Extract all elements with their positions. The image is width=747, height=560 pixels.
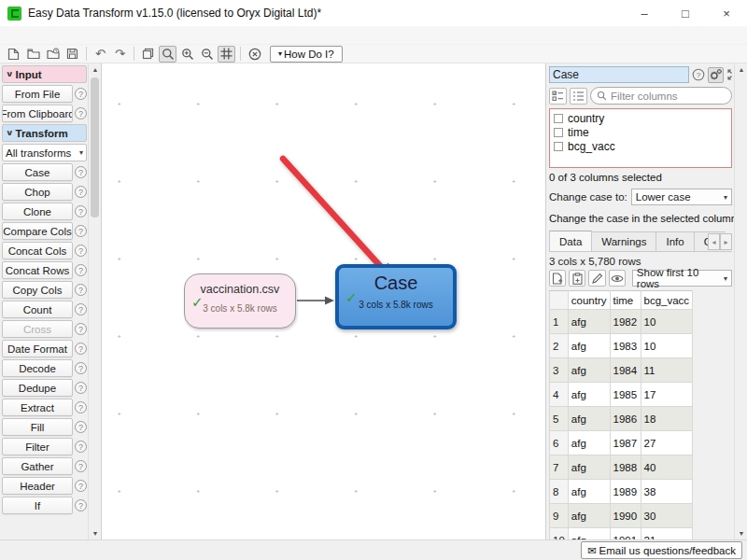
help-icon[interactable]: ? — [75, 225, 87, 237]
transform-item-button[interactable]: Cross — [2, 320, 73, 338]
menu-item[interactable] — [4, 34, 17, 37]
help-icon[interactable]: ? — [75, 480, 87, 492]
scroll-down-icon[interactable]: ▼ — [735, 527, 747, 539]
duplicate-button[interactable] — [139, 46, 157, 63]
open-recent-button[interactable] — [44, 46, 62, 63]
help-icon[interactable]: ? — [75, 362, 87, 374]
input-section-header[interactable]: ∨ Input — [2, 65, 87, 83]
help-icon[interactable]: ? — [75, 323, 87, 335]
input-item-button[interactable]: From File — [2, 85, 73, 103]
help-icon[interactable]: ? — [75, 284, 87, 296]
cell-time[interactable]: 1990 — [610, 504, 641, 528]
tab-scroll-right-icon[interactable]: ▸ — [720, 233, 732, 250]
sidebar-scrollbar[interactable]: ▲ ▼ — [88, 63, 101, 539]
help-icon[interactable]: ? — [75, 88, 87, 100]
transform-item-button[interactable]: Extract — [2, 399, 73, 416]
help-icon[interactable]: ? — [75, 499, 87, 511]
cell-country[interactable]: afg — [568, 528, 610, 540]
cell-bcg-vacc[interactable]: 38 — [641, 480, 693, 504]
column-checkbox[interactable] — [554, 114, 563, 123]
zoom-in-button[interactable] — [178, 46, 196, 63]
cell-country[interactable]: afg — [568, 455, 610, 480]
preview-button[interactable] — [609, 270, 626, 287]
edit-data-button[interactable] — [588, 270, 605, 287]
tab-scroll-left-icon[interactable]: ◂ — [708, 233, 720, 250]
redo-button[interactable]: ↷ — [111, 46, 129, 63]
table-row[interactable]: 5 afg 1986 18 — [550, 407, 693, 431]
cell-country[interactable]: afg — [568, 407, 610, 431]
scroll-down-icon[interactable]: ▼ — [89, 527, 102, 539]
transform-filter-select[interactable]: All transforms ▾ — [2, 144, 87, 161]
help-icon[interactable]: ? — [75, 421, 87, 433]
cell-country[interactable]: afg — [568, 310, 610, 334]
transform-item-button[interactable]: Count — [2, 301, 73, 318]
column-checkbox[interactable] — [554, 128, 563, 137]
new-project-button[interactable] — [5, 46, 22, 63]
cell-time[interactable]: 1982 — [610, 310, 641, 334]
column-row[interactable]: country — [552, 111, 731, 125]
export-data-button[interactable] — [549, 270, 566, 287]
table-row[interactable]: 3 afg 1984 11 — [550, 358, 693, 383]
maximize-button[interactable]: □ — [665, 0, 706, 26]
rows-shown-select[interactable]: Show first 10 rows ▾ — [632, 270, 732, 287]
zoom-out-button[interactable] — [198, 46, 216, 63]
help-icon[interactable]: ? — [75, 166, 87, 178]
table-row[interactable]: 6 afg 1987 27 — [550, 431, 693, 455]
cell-country[interactable]: afg — [568, 480, 610, 504]
transform-item-button[interactable]: Concat Rows — [2, 261, 73, 279]
minimize-button[interactable]: – — [624, 0, 665, 26]
save-button[interactable] — [63, 46, 81, 63]
cell-time[interactable]: 1985 — [610, 383, 641, 407]
input-item-button[interactable]: From Clipboard — [2, 105, 73, 122]
col-header-time[interactable]: time — [610, 291, 641, 310]
transform-item-button[interactable]: Gather — [2, 457, 73, 475]
transform-item-button[interactable]: Decode — [2, 359, 73, 377]
transform-item-button[interactable]: Copy Cols — [2, 281, 73, 299]
help-icon[interactable]: ? — [75, 343, 87, 355]
transform-node-case[interactable]: ✓ Case 3 cols x 5.8k rows — [335, 264, 457, 329]
transform-item-button[interactable]: If — [2, 497, 73, 514]
table-row[interactable]: 2 afg 1983 10 — [550, 334, 693, 358]
select-columns-button[interactable] — [549, 88, 567, 105]
help-icon[interactable]: ? — [75, 382, 87, 394]
help-icon[interactable]: ? — [75, 303, 87, 315]
cell-time[interactable]: 1984 — [610, 358, 641, 383]
panel-settings-button[interactable] — [708, 67, 724, 83]
right-panel-scrollbar[interactable]: ▲ ▼ — [734, 63, 747, 539]
search-toggle-button[interactable] — [159, 46, 176, 63]
table-row[interactable]: 1 afg 1982 10 — [550, 310, 693, 334]
help-icon[interactable]: ? — [75, 264, 87, 276]
menu-item[interactable] — [30, 34, 43, 37]
cell-country[interactable]: afg — [568, 431, 610, 455]
copy-data-button[interactable] — [569, 270, 585, 287]
column-row[interactable]: bcg_vacc — [552, 139, 731, 153]
scroll-up-icon[interactable]: ▲ — [735, 63, 747, 76]
tab-warnings[interactable]: Warnings — [591, 231, 656, 251]
cell-bcg-vacc[interactable]: 30 — [641, 504, 693, 528]
cell-country[interactable]: afg — [568, 358, 610, 383]
cell-bcg-vacc[interactable]: 11 — [641, 358, 693, 383]
change-case-select[interactable]: Lower case ▾ — [631, 189, 732, 205]
close-button[interactable]: × — [706, 0, 747, 26]
transform-item-button[interactable]: Fill — [2, 418, 73, 436]
how-do-i-button[interactable]: ▾ How Do I? — [270, 46, 343, 63]
scrollbar-thumb[interactable] — [91, 77, 99, 217]
column-checkbox[interactable] — [554, 142, 563, 151]
cell-country[interactable]: afg — [568, 504, 610, 528]
cell-time[interactable]: 1989 — [610, 480, 641, 504]
source-node-vaccination-csv[interactable]: ✓ vaccination.csv 3 cols x 5.8k rows — [184, 273, 296, 329]
col-header-bcg-vacc[interactable]: bcg_vacc — [641, 291, 693, 310]
undo-button[interactable]: ↶ — [92, 46, 109, 63]
transform-item-button[interactable]: Dedupe — [2, 379, 73, 397]
transform-item-button[interactable]: Chop — [2, 183, 73, 201]
transform-item-button[interactable]: Compare Cols — [2, 222, 73, 240]
transform-item-button[interactable]: Concat Cols — [2, 242, 73, 259]
cell-time[interactable]: 1991 — [610, 528, 641, 540]
help-icon[interactable]: ? — [75, 401, 87, 413]
cell-bcg-vacc[interactable]: 17 — [641, 383, 693, 407]
table-row[interactable]: 4 afg 1985 17 — [550, 383, 693, 407]
email-feedback-button[interactable]: ✉ Email us questions/feedback — [581, 541, 742, 559]
help-icon[interactable]: ? — [75, 107, 87, 119]
help-icon[interactable]: ? — [75, 186, 87, 198]
cell-bcg-vacc[interactable]: 10 — [641, 334, 693, 358]
